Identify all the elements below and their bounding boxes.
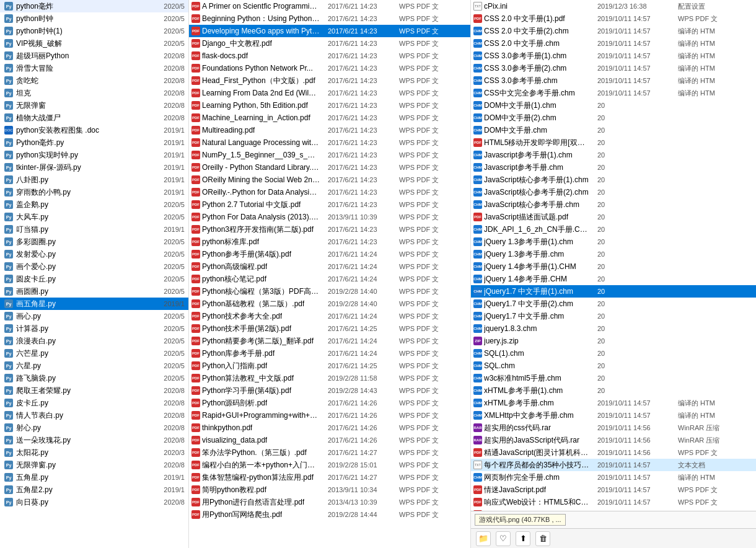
right-list-item[interactable]: CHMjQuery1.7 中文手册(2).chm20 (471, 298, 756, 310)
right-list-item[interactable]: CHMXMLHttp中文参考手册.chm2019/10/11 14:57编译的 … (471, 409, 756, 422)
right-list-item[interactable]: CHMjQuery 1.4参考手册(1).CHM20 (471, 260, 756, 273)
list-item[interactable]: Py盖企鹅.py2020/5 (0, 198, 188, 211)
middle-list-item[interactable]: PDFPython核心编程（第3版）PDF高清晰完...2019/2/28 14… (189, 285, 470, 298)
middle-list-item[interactable]: PDFNatural Language Processing with Py..… (189, 136, 470, 149)
right-list-item[interactable]: CHMJavaScript核心参考手册(2).chm20 (471, 186, 756, 198)
middle-list-item[interactable]: PDFRapid+GUI+Programming+with+Pyt...2017… (189, 409, 470, 422)
right-list-item[interactable]: CHMCSS 2.0 中文手册(2).chm2019/10/11 14:57编译… (471, 25, 756, 37)
right-file-list[interactable]: TXTcPix.ini2019/12/3 16:38配置设置PDFCSS 2.0… (471, 0, 756, 511)
right-list-item[interactable]: CHMJavascript参考手册.chm20 (471, 161, 756, 174)
middle-list-item[interactable]: PDFpython核心笔记.pdf2017/6/21 14:24WPS PDF … (189, 273, 470, 285)
middle-list-item[interactable]: PDFOreilly - Python Standard Library.pdf… (189, 161, 470, 174)
right-list-item[interactable]: CHMSQL(1).chm20 (471, 347, 756, 360)
right-list-item[interactable]: CHMDOM中文手册(2).chm20 (471, 112, 756, 124)
list-item[interactable]: Py送一朵玫瑰花.py2020/8 (0, 434, 188, 446)
right-list-item[interactable]: CHMJavaScript核心参考手册.chm20 (471, 198, 756, 211)
middle-list-item[interactable]: PDF编程小白的第一本+python+入门书.pdf2019/2/28 15:0… (189, 459, 470, 471)
right-list-item[interactable]: CHMCSS 3.0参考手册.chm2019/10/11 14:57编译的 HT… (471, 74, 756, 87)
middle-list-item[interactable]: PDFPython For Data Analysis (2013).pdf20… (189, 211, 470, 223)
list-item[interactable]: Py画心.py2020/5 (0, 310, 188, 322)
middle-list-item[interactable]: PDFBeginning Python：Using Python 2.6 ...… (189, 12, 470, 25)
middle-list-item[interactable]: PDFMachine_Learning_in_Action.pdf2017/6/… (189, 112, 470, 124)
list-item[interactable]: Py大风车.py2020/5 (0, 211, 188, 223)
middle-list-item[interactable]: PDFPython高级编程.pdf2017/6/21 14:24WPS PDF … (189, 260, 470, 273)
right-list-item[interactable]: PDF情迷JavaScript.pdf2019/10/11 14:57WPS P… (471, 484, 756, 496)
right-list-item[interactable]: PDFJavaScript描述面试题.pdf20 (471, 211, 756, 223)
middle-list-item[interactable]: PDFA Primer on Scientfic Programming w..… (189, 0, 470, 12)
middle-list-item[interactable]: PDFDeveloping MeeGo apps with Python...2… (189, 25, 470, 37)
list-item[interactable]: Py六芒星.py2020/5 (0, 347, 188, 360)
right-list-item[interactable]: PDF精通JavaScript(图灵计算机科学丛书).pdf2019/10/11… (471, 446, 756, 459)
middle-list-item[interactable]: PDF集体智慧编程-python算法应用.pdf2017/6/21 14:27W… (189, 471, 470, 484)
toolbar-folder-btn[interactable]: 📁 (476, 531, 491, 546)
list-item[interactable]: Py多彩圆圈.py2020/5 (0, 236, 188, 248)
right-list-item[interactable]: CHMxHTML参考手册.chm2019/10/11 14:57编译的 HTM (471, 397, 756, 409)
right-list-item[interactable]: CHMxHTML参考手册(1).chm20 (471, 384, 756, 397)
middle-list-item[interactable]: PDFPython算法教程_中文版.pdf2019/2/28 11:58WPS … (189, 372, 470, 384)
middle-list-item[interactable]: PDFOReilly Mining the Social Web 2nd E..… (189, 174, 470, 186)
list-item[interactable]: Py五角星.py2019/1 (0, 471, 188, 484)
right-list-item[interactable]: CHM网页制作完全手册.chm2019/10/11 14:57编译的 HTM (471, 471, 756, 484)
list-item[interactable]: Pypython时钟(1)2020/5 (0, 25, 188, 37)
list-item[interactable]: Py五角星2.py2019/1 (0, 484, 188, 496)
list-item[interactable]: Pypython时钟2020/5 (0, 12, 188, 25)
middle-list-item[interactable]: PDFflask-docs.pdf2017/6/21 14:23WPS PDF … (189, 50, 470, 62)
middle-list-item[interactable]: PDFPython学习手册(第4版).pdf2019/2/28 14:43WPS… (189, 384, 470, 397)
list-item[interactable]: Py画圆圈.py2020/5 (0, 285, 188, 298)
right-list-item[interactable]: PDFHTML5移动开发即学即用[双色].pdf20 (471, 136, 756, 149)
middle-list-item[interactable]: PDFPython入门指南.pdf2017/6/21 14:25WPS PDF … (189, 360, 470, 372)
right-list-item[interactable]: CHMJDK_API_1_6_zh_CN手册.CHM20 (471, 223, 756, 236)
right-list-item[interactable]: CHMJavaScript核心参考手册(1).chm20 (471, 174, 756, 186)
right-list-item[interactable]: CHMCSS 3.0参考手册(1).chm2019/10/11 14:57编译的… (471, 50, 756, 62)
middle-list-item[interactable]: PDFPython技术手册(第2版).pdf2017/6/21 14:25WPS… (189, 322, 470, 335)
list-item[interactable]: Py无限弹窗2020/8 (0, 99, 188, 112)
list-item[interactable]: Py滑雪大冒险2020/8 (0, 62, 188, 74)
list-item[interactable]: Py计算器.py2020/5 (0, 322, 188, 335)
right-list-item[interactable]: CHMjQuery 1.4参考手册.CHM20 (471, 273, 756, 285)
list-item[interactable]: Py无限弹窗.py2020/8 (0, 459, 188, 471)
middle-list-item[interactable]: PDFPython源码剖析.pdf2017/6/21 14:26WPS PDF … (189, 397, 470, 409)
right-list-item[interactable]: CHMDOM中文手册(1).chm20 (471, 99, 756, 112)
right-list-item[interactable]: TXT每个程序员都会的35种小技巧.txt2019/10/11 14:57文本文… (471, 459, 756, 471)
middle-list-item[interactable]: PDFPython3程序开发指南(第二版).pdf2017/6/21 14:23… (189, 223, 470, 236)
right-list-item[interactable]: CHMCSS 3.0参考手册(2).chm2019/10/11 14:57编译的… (471, 62, 756, 74)
list-item[interactable]: Py皮卡丘.py2020/8 (0, 397, 188, 409)
right-list-item[interactable]: ZIPjuery.js.zip20 (471, 335, 756, 347)
list-item[interactable]: Py八卦图.py2019/1 (0, 174, 188, 186)
right-list-item[interactable]: RAR超实用的css代码.rar2019/10/11 14:56WinRAR 压… (471, 422, 756, 434)
list-item[interactable]: Py植物大战僵尸2020/8 (0, 112, 188, 124)
list-item[interactable]: Py贪吃蛇2020/8 (0, 74, 188, 87)
right-list-item[interactable]: PDFCSS 2.0 中文手册(1).pdf2019/10/11 14:57WP… (471, 12, 756, 25)
list-item[interactable]: Pytkinter-屏保-源码.py2019/1 (0, 161, 188, 174)
middle-list-item[interactable]: PDF用Python进行自然语言处理.pdf2013/4/13 10:39WPS… (189, 496, 470, 508)
toolbar-share-btn[interactable]: ⬆ (516, 531, 530, 546)
list-item[interactable]: Py叮当猫.py2019/1 (0, 223, 188, 236)
middle-list-item[interactable]: PDF笨办法学Python.（第三版）.pdf2017/6/21 14:27WP… (189, 446, 470, 459)
right-list-item[interactable]: CHMCSS中文完全参考手册.chm2019/10/11 14:57编译的 HT… (471, 87, 756, 99)
right-list-item[interactable]: CHMjquery1.8.3.chm20 (471, 322, 756, 335)
right-list-item[interactable]: CHMSQL.chm20 (471, 360, 756, 372)
list-item[interactable]: Py太阳花.py2020/3 (0, 446, 188, 459)
middle-list-item[interactable]: PDFPython参考手册(第4版).pdf2017/6/21 14:24WPS… (189, 248, 470, 260)
right-list-item[interactable]: CHMDOM中文手册.chm20 (471, 124, 756, 136)
middle-file-list[interactable]: PDFA Primer on Scientfic Programming w..… (189, 0, 471, 548)
list-item[interactable]: Py情人节表白.py2020/8 (0, 409, 188, 422)
toolbar-trash-btn[interactable]: 🗑 (535, 531, 550, 546)
right-list-item[interactable]: TXTcPix.ini2019/12/3 16:38配置设置 (471, 0, 756, 12)
list-item[interactable]: Py浪漫表白.py2020/5 (0, 335, 188, 347)
middle-list-item[interactable]: PDFMultireading.pdf2017/6/21 14:23WPS PD… (189, 124, 470, 136)
middle-list-item[interactable]: PDFOReilly.-.Python for Data Analysis.pd… (189, 186, 470, 198)
right-list-item[interactable]: PDF响应式Web设计：HTML5和CSS3实践.p...2019/10/11 … (471, 496, 756, 508)
middle-list-item[interactable]: PDFthinkpython.pdf2017/6/21 14:26WPS PDF… (189, 422, 470, 434)
middle-list-item[interactable]: PDFPython基础教程（第二版）.pdf2019/2/28 14:40WPS… (189, 298, 470, 310)
list-item[interactable]: Py发射爱心.py2020/5 (0, 248, 188, 260)
list-item[interactable]: Py超级玛丽Python2020/8 (0, 50, 188, 62)
list-item[interactable]: PyPython毫炸.py2019/1 (0, 136, 188, 149)
list-item[interactable]: Pypython毫炸2020/5 (0, 0, 188, 12)
list-item[interactable]: Py爬取王者荣耀.py2020/8 (0, 384, 188, 397)
middle-list-item[interactable]: PDF简明python教程.pdf2013/9/11 10:34WPS PDF … (189, 484, 470, 496)
right-list-item[interactable]: CHMjQuery1.7 中文手册.chm20 (471, 310, 756, 322)
middle-list-item[interactable]: PDFPython技术参考大全.pdf2017/6/21 14:24WPS PD… (189, 310, 470, 322)
toolbar-star-btn[interactable]: ♡ (496, 531, 511, 546)
list-item[interactable]: Pypython实现时钟.py2019/1 (0, 149, 188, 161)
